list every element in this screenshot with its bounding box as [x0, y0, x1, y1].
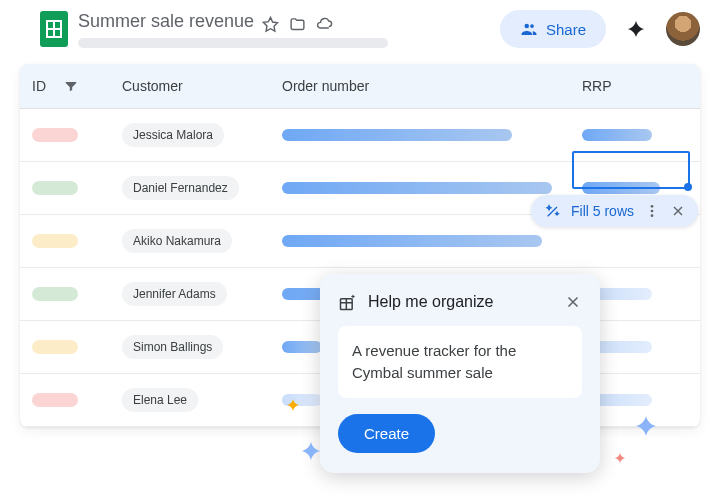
- customer-chip[interactable]: Daniel Fernandez: [122, 176, 239, 200]
- decorative-sparkle-icon: [614, 452, 626, 464]
- col-id-label: ID: [32, 78, 46, 94]
- svg-point-0: [524, 24, 529, 29]
- customer-chip[interactable]: Simon Ballings: [122, 335, 223, 359]
- rrp-bar: [582, 182, 660, 194]
- move-folder-icon[interactable]: [289, 16, 306, 33]
- customer-chip[interactable]: Jennifer Adams: [122, 282, 227, 306]
- fill-chip-label: Fill 5 rows: [571, 203, 634, 219]
- organize-icon: [338, 292, 358, 312]
- create-button[interactable]: Create: [338, 414, 435, 453]
- id-pill: [32, 393, 78, 407]
- help-organize-dialog: Help me organize A revenue tracker for t…: [320, 274, 600, 473]
- people-icon: [520, 20, 538, 38]
- column-header-rrp[interactable]: RRP: [570, 64, 700, 108]
- sheets-logo-icon: [40, 11, 68, 47]
- dismiss-chip-icon[interactable]: [670, 203, 686, 219]
- column-header-id[interactable]: ID: [20, 64, 110, 108]
- gemini-sparkle-icon[interactable]: [626, 19, 646, 39]
- id-pill: [32, 128, 78, 142]
- svg-point-1: [530, 24, 534, 28]
- star-icon[interactable]: [262, 16, 279, 33]
- smart-fill-chip[interactable]: Fill 5 rows: [531, 195, 698, 227]
- decorative-sparkle-icon: [634, 414, 658, 438]
- customer-chip[interactable]: Elena Lee: [122, 388, 198, 412]
- filter-icon[interactable]: [64, 79, 78, 93]
- doc-title[interactable]: Summer sale revenue: [78, 11, 254, 32]
- decorative-sparkle-icon: [286, 398, 300, 412]
- column-header-order[interactable]: Order number: [270, 64, 570, 108]
- share-label: Share: [546, 21, 586, 38]
- id-pill: [32, 181, 78, 195]
- customer-chip[interactable]: Akiko Nakamura: [122, 229, 232, 253]
- more-options-icon[interactable]: [644, 203, 660, 219]
- order-bar: [282, 235, 542, 247]
- wand-icon: [545, 203, 561, 219]
- close-dialog-icon[interactable]: [564, 293, 582, 311]
- user-avatar[interactable]: [666, 12, 700, 46]
- rrp-bar: [582, 129, 652, 141]
- customer-chip[interactable]: Jessica Malora: [122, 123, 224, 147]
- order-bar: [282, 129, 512, 141]
- svg-point-2: [651, 205, 654, 208]
- table-header-row: ID Customer Order number RRP: [20, 64, 700, 109]
- dialog-title: Help me organize: [368, 293, 554, 311]
- share-button[interactable]: Share: [500, 10, 606, 48]
- order-bar: [282, 341, 322, 353]
- id-pill: [32, 340, 78, 354]
- menu-bar-placeholder: [78, 38, 388, 48]
- svg-point-4: [651, 214, 654, 217]
- decorative-sparkle-icon: [300, 440, 322, 462]
- column-header-customer[interactable]: Customer: [110, 64, 270, 108]
- svg-point-3: [651, 210, 654, 213]
- cloud-status-icon[interactable]: [316, 16, 333, 33]
- prompt-input[interactable]: A revenue tracker for the Cymbal summer …: [338, 326, 582, 398]
- order-bar: [282, 182, 552, 194]
- table-row[interactable]: Jessica Malora: [20, 109, 700, 162]
- id-pill: [32, 234, 78, 248]
- id-pill: [32, 287, 78, 301]
